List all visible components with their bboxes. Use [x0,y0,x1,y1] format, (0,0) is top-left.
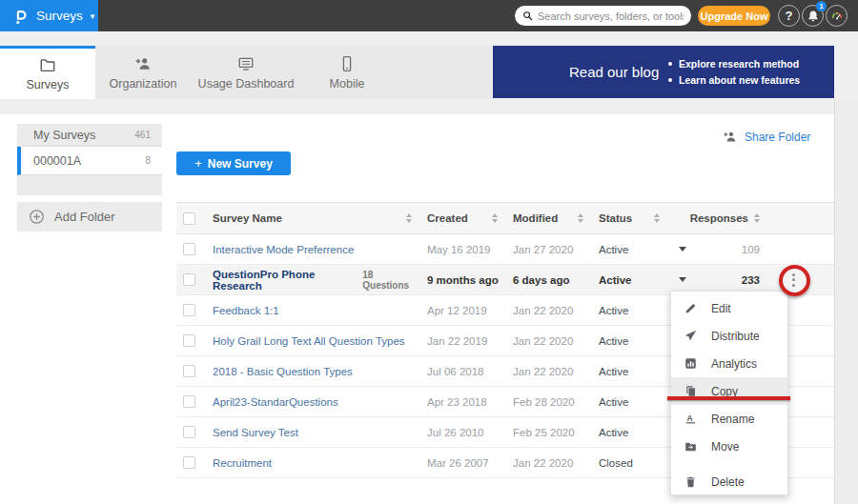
folders-sidebar: My Surveys 461 000001A 8 [17,124,162,195]
tab-label: Organization [110,77,177,91]
gauge-icon [830,10,844,23]
status-cell: Active [589,366,664,377]
menu-item-move[interactable]: Move [671,433,787,460]
tab-organization[interactable]: Organization [95,46,191,99]
header-modified: Modified [513,212,558,224]
modified-cell: Jan 22 2020 [503,366,589,377]
add-folder-button[interactable]: Add Folder [17,202,162,232]
menu-item-distribute[interactable]: Distribute [671,322,787,350]
bar-chart-icon [684,357,697,370]
sort-icon[interactable] [406,213,412,223]
tab-label: Usage Dashboard [198,77,295,91]
trash-icon [684,475,697,488]
folder-count: 8 [145,155,151,166]
table-row[interactable]: Interactive Mode Preferrence May 16 2019… [176,234,834,265]
survey-name-link[interactable]: April23-StandarQuestions [213,396,338,408]
status-cell: Active [589,274,664,286]
status-caret-icon[interactable] [679,247,686,252]
row-checkbox[interactable] [183,395,195,408]
created-cell: Jul 06 2018 [418,366,503,377]
share-folder-button[interactable]: Share Folder [723,130,810,144]
status-caret-icon[interactable] [679,277,686,282]
questionpro-surveys-screen: Surveys ▾ Upgrade Now ? 1 Surveys Organi… [0,0,858,504]
tab-surveys[interactable]: Surveys [0,46,95,99]
menu-item-analytics[interactable]: Analytics [671,350,787,377]
responses-cell: 109 [701,244,777,255]
bullet-dot-icon [668,62,672,66]
sort-icon[interactable] [578,213,583,223]
row-checkbox[interactable] [183,334,195,347]
menu-item-edit[interactable]: Edit [671,294,787,322]
tab-usage-dashboard[interactable]: Usage Dashboard [191,46,301,99]
status-cell: Active [589,427,664,438]
survey-name-link[interactable]: Holy Grail Long Text All Question Types [213,335,405,347]
search-input[interactable] [538,10,684,22]
row-checkbox[interactable] [183,273,195,286]
row-checkbox[interactable] [183,243,195,255]
menu-item-label: Distribute [711,330,760,343]
blog-banner[interactable]: Read our blog Explore research method Le… [493,46,834,98]
folder-count: 461 [134,130,151,140]
menu-item-delete[interactable]: Delete [671,468,787,495]
menu-item-copy[interactable]: Copy [671,377,787,405]
header-created: Created [427,212,468,224]
sort-icon[interactable] [754,213,760,223]
main-tabs: Surveys Organization Usage Dashboard Mob… [0,46,493,99]
bullet-text: Learn about new features [679,72,800,89]
survey-name-link[interactable]: QuestionPro Phone Research [213,269,355,292]
survey-name-link[interactable]: Recruitment [213,457,272,469]
row-checkbox[interactable] [183,426,195,438]
survey-name-link[interactable]: Feedback 1:1 [213,305,279,316]
created-cell: Apr 23 2018 [418,396,503,408]
top-bar: Surveys ▾ Upgrade Now ? 1 [0,0,858,31]
question-mark-icon: ? [786,9,793,23]
banner-bullet-list: Explore research method Learn about new … [668,56,821,89]
tab-mobile[interactable]: Mobile [301,46,393,99]
new-survey-button[interactable]: +New Survey [176,151,291,175]
status-cell: Active [589,396,664,408]
global-search [515,6,691,26]
bullet-text: Explore research method [679,56,799,72]
pencil-icon [684,302,697,314]
menu-item-label: Edit [711,302,731,315]
created-cell: Jul 26 2010 [418,427,503,438]
row-checkbox[interactable] [183,304,195,316]
sort-icon[interactable] [492,213,498,223]
person-plus-icon [134,55,152,72]
product-switcher[interactable]: Surveys ▾ [0,0,98,31]
menu-item-label: Delete [711,475,745,489]
add-folder-label: Add Folder [54,210,115,224]
survey-name-link[interactable]: Interactive Mode Preferrence [213,244,354,255]
product-name: Surveys [36,9,83,23]
responses-cell: 233 [701,274,777,286]
menu-item-rename[interactable]: Rename [671,405,787,433]
rename-icon [684,413,697,425]
created-cell: Mar 26 2007 [418,457,503,469]
annotation-underline [667,396,790,400]
sort-icon[interactable] [654,213,660,223]
created-cell: May 16 2019 [418,244,503,255]
usage-gauge-button[interactable] [826,5,848,27]
created-cell: Apr 12 2019 [418,305,503,316]
banner-bullet: Explore research method [668,56,821,72]
row-context-menu: Edit Distribute Analytics Copy Rename Mo… [670,291,788,495]
row-checkbox[interactable] [183,456,195,469]
survey-name-link[interactable]: Send Survey Test [213,427,298,438]
sidebar-item-my-surveys[interactable]: My Surveys 461 [17,124,162,147]
tab-label: Surveys [26,78,69,91]
annotation-circle [779,265,810,296]
survey-name-link[interactable]: 2018 - Basic Question Types [213,366,353,377]
upgrade-now-button[interactable]: Upgrade Now [698,6,770,26]
mobile-icon [338,55,356,72]
row-checkbox[interactable] [183,365,195,377]
header-status: Status [599,212,632,224]
bullet-dot-icon [668,78,672,82]
tab-zone: Surveys Organization Usage Dashboard Mob… [0,31,858,114]
header-survey-name: Survey Name [213,212,282,224]
sidebar-item-000001a[interactable]: 000001A 8 [17,147,162,175]
status-cell: Closed [589,457,664,469]
help-button[interactable]: ? [778,5,800,27]
folder-list: My Surveys 461 000001A 8 [17,124,162,175]
select-all-checkbox[interactable] [183,212,195,225]
created-cell: 9 months ago [418,274,503,286]
